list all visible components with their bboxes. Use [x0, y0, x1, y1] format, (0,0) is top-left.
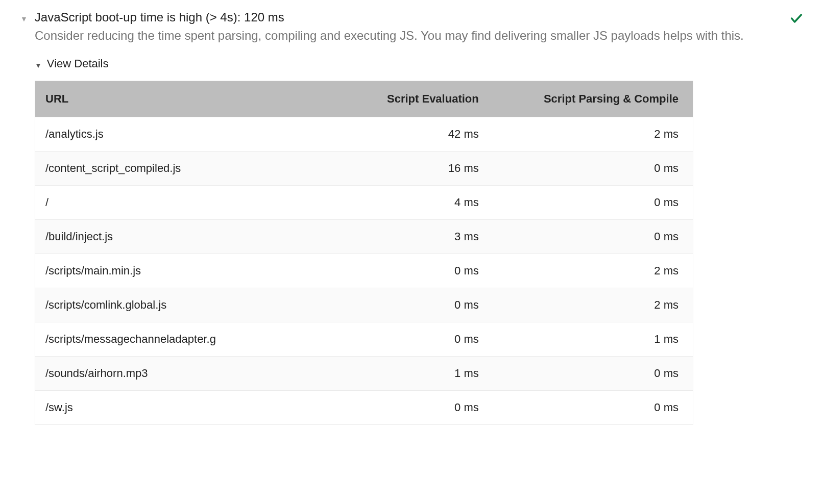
- cell-url: /scripts/main.min.js: [35, 254, 344, 288]
- cell-parsing: 0 ms: [489, 357, 693, 391]
- col-parsing: Script Parsing & Compile: [489, 81, 693, 117]
- table-row: /scripts/comlink.global.js0 ms2 ms: [35, 288, 693, 322]
- table-row: /4 ms0 ms: [35, 186, 693, 220]
- disclosure-triangle-icon[interactable]: ▼: [20, 15, 28, 23]
- table-row: /scripts/main.min.js0 ms2 ms: [35, 254, 693, 288]
- cell-parsing: 1 ms: [489, 322, 693, 357]
- audit-title: JavaScript boot-up time is high (> 4s): …: [35, 10, 284, 24]
- audit-item: ▼ JavaScript boot-up time is high (> 4s)…: [20, 10, 804, 425]
- cell-url: /analytics.js: [35, 117, 344, 152]
- col-evaluation: Script Evaluation: [344, 81, 489, 117]
- cell-evaluation: 4 ms: [344, 186, 489, 220]
- cell-parsing: 2 ms: [489, 117, 693, 152]
- cell-url: /build/inject.js: [35, 220, 344, 254]
- cell-evaluation: 0 ms: [344, 391, 489, 425]
- cell-evaluation: 42 ms: [344, 117, 489, 152]
- cell-evaluation: 1 ms: [344, 357, 489, 391]
- audit-description: Consider reducing the time spent parsing…: [35, 28, 777, 44]
- cell-url: /sounds/airhorn.mp3: [35, 357, 344, 391]
- table-row: /build/inject.js3 ms0 ms: [35, 220, 693, 254]
- table-row: /sounds/airhorn.mp31 ms0 ms: [35, 357, 693, 391]
- check-icon: [789, 11, 804, 26]
- cell-evaluation: 0 ms: [344, 254, 489, 288]
- table-row: /content_script_compiled.js16 ms0 ms: [35, 152, 693, 186]
- cell-url: /sw.js: [35, 391, 344, 425]
- disclosure-triangle-icon[interactable]: ▼: [35, 61, 42, 69]
- details-table: URL Script Evaluation Script Parsing & C…: [35, 81, 693, 425]
- view-details-label: View Details: [47, 57, 109, 70]
- cell-url: /scripts/messagechanneladapter.g: [35, 322, 344, 357]
- view-details-toggle[interactable]: ▼ View Details: [35, 57, 777, 70]
- cell-parsing: 2 ms: [489, 288, 693, 322]
- cell-evaluation: 16 ms: [344, 152, 489, 186]
- cell-parsing: 0 ms: [489, 186, 693, 220]
- cell-url: /: [35, 186, 344, 220]
- cell-parsing: 0 ms: [489, 391, 693, 425]
- status-icon-pass: [789, 11, 804, 28]
- audit-header[interactable]: ▼ JavaScript boot-up time is high (> 4s)…: [20, 10, 777, 24]
- cell-parsing: 0 ms: [489, 152, 693, 186]
- table-row: /sw.js0 ms0 ms: [35, 391, 693, 425]
- cell-url: /content_script_compiled.js: [35, 152, 344, 186]
- cell-evaluation: 0 ms: [344, 322, 489, 357]
- table-header-row: URL Script Evaluation Script Parsing & C…: [35, 81, 693, 117]
- table-row: /scripts/messagechanneladapter.g0 ms1 ms: [35, 322, 693, 357]
- cell-parsing: 0 ms: [489, 220, 693, 254]
- col-url: URL: [35, 81, 344, 117]
- cell-evaluation: 0 ms: [344, 288, 489, 322]
- cell-parsing: 2 ms: [489, 254, 693, 288]
- table-row: /analytics.js42 ms2 ms: [35, 117, 693, 152]
- cell-evaluation: 3 ms: [344, 220, 489, 254]
- cell-url: /scripts/comlink.global.js: [35, 288, 344, 322]
